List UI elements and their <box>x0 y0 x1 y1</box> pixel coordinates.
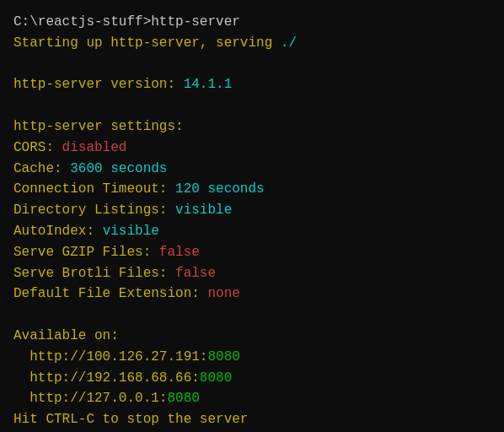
text-segment: Default File Extension: <box>13 286 207 301</box>
hit-ctrl: Hit CTRL-C to stop the server <box>13 409 491 430</box>
text-segment: Cache: <box>13 161 70 176</box>
text-segment: Starting up http-server, serving <box>13 35 281 51</box>
cmd-line: C:\reactjs-stuff>http-server <box>13 12 491 33</box>
autoindex: AutoIndex: visible <box>13 221 491 242</box>
text-segment: false <box>159 245 200 260</box>
text-segment: Directory Listings: <box>13 202 175 218</box>
text-segment: http://192.168.68.66: <box>13 370 200 386</box>
starting: Starting up http-server, serving ./ <box>13 33 491 54</box>
text-segment: ./ <box>281 35 297 51</box>
default-ext: Default File Extension: none <box>13 284 491 305</box>
text-segment: C:\reactjs-stuff>http-server <box>13 14 240 30</box>
empty-line <box>13 54 491 75</box>
text-segment: 8080 <box>167 391 199 406</box>
text-segment: Serve Brotli Files: <box>13 266 175 281</box>
text-segment: false <box>175 266 216 281</box>
terminal-window: C:\reactjs-stuff>http-serverStarting up … <box>0 0 504 432</box>
brotli: Serve Brotli Files: false <box>13 263 491 284</box>
addr1: http://100.126.27.191:8080 <box>13 347 491 368</box>
text-segment: visible <box>103 224 159 239</box>
text-segment: 8080 <box>207 349 239 364</box>
text-segment: Hit CTRL-C to stop the server <box>13 412 248 427</box>
text-segment: 14.1.1 <box>184 77 233 92</box>
text-segment: 8080 <box>200 370 232 386</box>
text-segment: http-server settings: <box>13 119 184 134</box>
text-segment: http-server version: <box>13 77 184 92</box>
text-segment: CORS: <box>13 140 62 155</box>
text-segment: visible <box>175 202 232 218</box>
text-segment: Available on: <box>13 328 119 343</box>
text-segment: 3600 seconds <box>70 161 167 176</box>
settings-header: http-server settings: <box>13 116 491 138</box>
text-segment: Serve GZIP Files: <box>13 245 159 260</box>
conn-timeout: Connection Timeout: 120 seconds <box>13 179 491 200</box>
text-segment: disabled <box>62 140 127 155</box>
text-segment: AutoIndex: <box>13 224 103 239</box>
text-segment: none <box>207 286 239 301</box>
empty-line <box>13 95 491 116</box>
text-segment: http://127.0.0.1: <box>13 391 167 406</box>
text-segment: http://100.126.27.191: <box>13 349 207 364</box>
addr2: http://192.168.68.66:8080 <box>13 368 491 389</box>
text-segment: Connection Timeout: <box>13 181 175 197</box>
addr3: http://127.0.0.1:8080 <box>13 388 491 409</box>
gzip: Serve GZIP Files: false <box>13 242 491 263</box>
cors: CORS: disabled <box>13 138 491 159</box>
version: http-server version: 14.1.1 <box>13 74 491 95</box>
dir-listings: Directory Listings: visible <box>13 200 491 221</box>
empty-line <box>13 305 491 326</box>
text-segment: 120 seconds <box>175 181 265 197</box>
cache: Cache: 3600 seconds <box>13 159 491 180</box>
available: Available on: <box>13 326 491 347</box>
